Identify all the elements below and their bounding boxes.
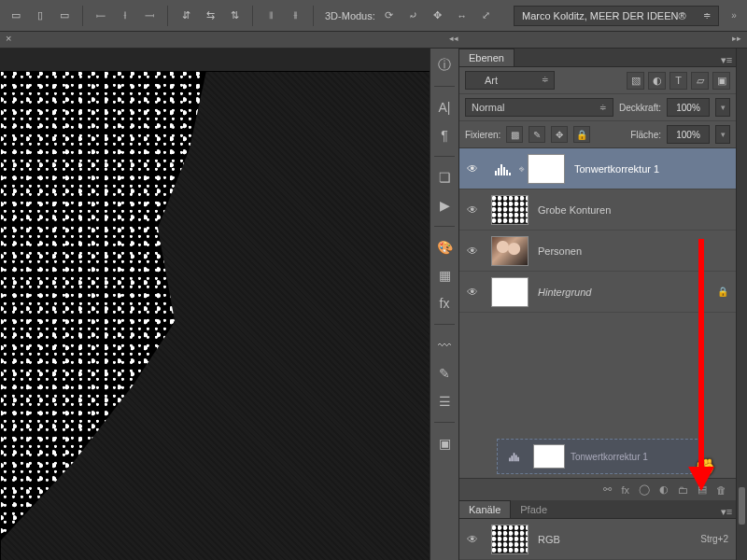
pan3d-icon[interactable]: ✥ <box>428 6 448 26</box>
visibility-icon[interactable]: 👁 <box>459 286 486 299</box>
right-panels: Ebenen ▾≡ ▧ ◐ T ▱ ▣ Normal Deckkraft: 10… <box>459 49 736 560</box>
presets-icon[interactable]: ☰ <box>431 388 458 414</box>
layer-empty-area[interactable]: Tonwertkorrektur 1 ✊ <box>459 313 736 478</box>
align-icon[interactable]: ▯ <box>30 6 50 26</box>
layer-row[interactable]: 👁 Grobe Konturen <box>459 189 736 231</box>
filter-adjust-icon[interactable]: ◐ <box>648 72 666 90</box>
new-group-icon[interactable]: 🗀 <box>678 484 688 496</box>
grab-cursor-icon: ✊ <box>695 457 715 478</box>
layers-mini-icon[interactable]: ❏ <box>431 164 458 190</box>
opacity-label: Deckkraft: <box>619 103 661 113</box>
layer-name[interactable]: Personen <box>538 245 582 257</box>
lock-label: Fixieren: <box>465 130 500 140</box>
svg-rect-1 <box>498 168 500 175</box>
svg-rect-7 <box>512 455 514 461</box>
collapse-iconcol-icon[interactable]: ◂◂ <box>449 34 458 43</box>
layer-row[interactable]: 👁 Hintergrund 🔒 <box>459 272 736 313</box>
roll-icon[interactable]: ⤾ <box>403 6 424 26</box>
add-mask-icon[interactable]: ◯ <box>639 483 650 496</box>
channel-row[interactable]: 👁 RGB Strg+2 <box>459 519 736 560</box>
canvas-area[interactable] <box>0 49 430 560</box>
svg-rect-4 <box>506 170 508 175</box>
scrollbar-thumb[interactable] <box>739 487 745 525</box>
brush-icon[interactable]: 〰 <box>431 332 458 358</box>
channel-shortcut: Strg+2 <box>700 534 728 544</box>
fill-step-icon[interactable]: ▾ <box>715 125 730 144</box>
tab-paths[interactable]: Pfade <box>511 501 557 518</box>
distribute-icon[interactable]: ⇅ <box>224 6 245 26</box>
visibility-icon[interactable]: 👁 <box>459 245 486 258</box>
delete-layer-icon[interactable]: 🗑 <box>716 484 726 496</box>
layer-name[interactable]: Grobe Konturen <box>538 204 611 216</box>
align-bottom-icon[interactable]: ⟞ <box>139 6 160 26</box>
distribute-icon[interactable]: ⫴ <box>261 6 281 26</box>
distribute-icon[interactable]: ⇆ <box>200 6 220 26</box>
new-adjustment-icon[interactable]: ◐ <box>659 483 669 496</box>
align-icon[interactable]: ▭ <box>54 6 75 26</box>
align-top-icon[interactable]: ⟝ <box>91 6 111 26</box>
layer-filter-input[interactable] <box>465 71 555 90</box>
svg-rect-2 <box>500 164 502 175</box>
character-icon[interactable]: A| <box>431 94 458 120</box>
channel-name: RGB <box>538 534 560 545</box>
align-vcenter-icon[interactable]: ⫲ <box>115 6 135 26</box>
panel-scrollbar[interactable] <box>736 49 747 560</box>
svg-rect-9 <box>515 455 517 462</box>
collapse-panels-icon[interactable]: ▸▸ <box>732 34 741 43</box>
blend-mode-dropdown[interactable]: Normal <box>465 98 613 117</box>
scale3d-icon[interactable]: ⤢ <box>476 6 497 26</box>
svg-rect-0 <box>495 171 497 175</box>
swatches-icon[interactable]: 🎨 <box>431 234 458 260</box>
filter-pixel-icon[interactable]: ▧ <box>627 72 644 90</box>
styles-icon[interactable]: fx <box>431 290 458 316</box>
opacity-value[interactable]: 100% <box>667 98 710 117</box>
close-tab-icon[interactable]: × <box>6 33 11 44</box>
workspace-dropdown[interactable]: Marco Kolditz, MEER DER IDEEN® <box>514 6 719 26</box>
visibility-icon[interactable]: 👁 <box>459 162 486 175</box>
options-bar: ▭ ▯ ▭ ⟝ ⫲ ⟞ ⇵ ⇆ ⇅ ⫴ ⫵ 3D-Modus: ⟳ ⤾ ✥ ↔ … <box>0 0 747 32</box>
brush-settings-icon[interactable]: ✎ <box>431 360 458 386</box>
link-layers-icon[interactable]: ⚯ <box>603 483 612 496</box>
layer-thumb[interactable] <box>491 195 529 225</box>
filter-smart-icon[interactable]: ▣ <box>712 72 730 90</box>
fill-value[interactable]: 100% <box>667 125 710 144</box>
layer-thumb[interactable] <box>491 277 529 307</box>
actions-icon[interactable]: ▶ <box>431 192 458 218</box>
channel-thumb[interactable] <box>491 525 529 554</box>
layer-row[interactable]: 👁 Personen <box>459 231 736 272</box>
svg-rect-5 <box>509 173 511 175</box>
lock-all-icon[interactable]: 🔒 <box>573 126 590 143</box>
layer-thumb[interactable] <box>491 236 529 266</box>
opacity-step-icon[interactable]: ▾ <box>715 98 730 117</box>
layers-footer: ⚯ fx ◯ ◐ 🗀 ▤ 🗑 <box>459 478 736 500</box>
lock-position-icon[interactable]: ✥ <box>551 126 568 143</box>
layer-name[interactable]: Tonwertkorrektur 1 <box>574 163 659 175</box>
layer-name[interactable]: Hintergrund <box>538 287 591 298</box>
panel-menu-icon[interactable]: ▾≡ <box>717 506 736 518</box>
layer-mask-thumb <box>533 444 565 469</box>
slide-icon[interactable]: ↔ <box>452 6 472 26</box>
expand-icon[interactable]: » <box>726 10 741 21</box>
tab-layers[interactable]: Ebenen <box>459 49 514 66</box>
info-icon[interactable]: ⓘ <box>431 52 458 78</box>
visibility-icon[interactable]: 👁 <box>459 533 486 546</box>
grid-icon[interactable]: ▦ <box>431 262 458 288</box>
new-layer-icon[interactable]: ▤ <box>698 483 707 496</box>
paragraph-icon[interactable]: ¶ <box>431 122 458 148</box>
lock-transparent-icon[interactable]: ▩ <box>506 126 523 143</box>
layer-mask-thumb[interactable] <box>528 154 565 184</box>
filter-shape-icon[interactable]: ▱ <box>691 72 709 90</box>
distribute-icon[interactable]: ⫵ <box>285 6 305 26</box>
align-icon[interactable]: ▭ <box>6 6 26 26</box>
layer-row[interactable]: 👁 ⎆ Tonwertkorrektur 1 <box>459 148 736 189</box>
orbit-icon[interactable]: ⟳ <box>379 6 400 26</box>
layer-fx-icon[interactable]: fx <box>621 484 629 496</box>
distribute-icon[interactable]: ⇵ <box>176 6 196 26</box>
tab-channels[interactable]: Kanäle <box>459 500 511 518</box>
navigator-icon[interactable]: ▣ <box>431 430 458 456</box>
panel-menu-icon[interactable]: ▾≡ <box>717 54 736 66</box>
visibility-icon[interactable]: 👁 <box>459 203 486 217</box>
lock-pixels-icon[interactable]: ✎ <box>529 126 545 143</box>
mode3d-label: 3D-Modus: <box>325 10 375 21</box>
filter-type-icon[interactable]: T <box>669 72 687 90</box>
